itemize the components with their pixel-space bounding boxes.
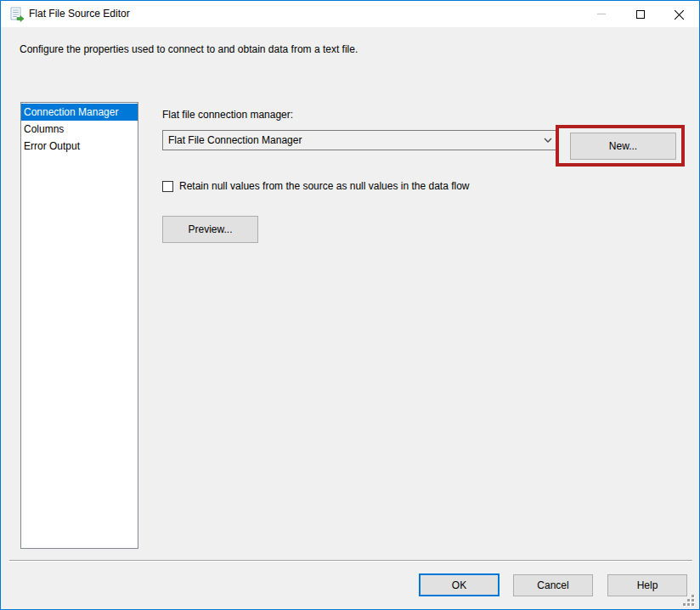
retain-null-values-row: Retain null values from the source as nu… bbox=[162, 180, 470, 193]
minimize-icon bbox=[597, 14, 606, 14]
connection-manager-dropdown[interactable]: Flat File Connection Manager bbox=[162, 130, 557, 150]
close-icon bbox=[675, 9, 685, 20]
close-button[interactable] bbox=[660, 1, 699, 27]
sidebar-item-error-output[interactable]: Error Output bbox=[21, 138, 138, 155]
chevron-down-icon bbox=[539, 138, 556, 143]
dialog-description: Configure the properties used to connect… bbox=[20, 43, 358, 55]
grip-dot bbox=[683, 603, 686, 606]
grip-dot bbox=[687, 603, 690, 606]
new-connection-button[interactable]: New... bbox=[570, 133, 676, 160]
editor-page-list: Connection Manager Columns Error Output bbox=[20, 102, 138, 549]
footer-divider bbox=[9, 560, 692, 562]
ok-button[interactable]: OK bbox=[419, 573, 500, 596]
retain-null-values-checkbox[interactable] bbox=[162, 181, 173, 192]
maximize-button[interactable] bbox=[621, 1, 660, 27]
window-controls bbox=[582, 1, 699, 27]
grip-dot bbox=[692, 599, 694, 602]
window-title: Flat File Source Editor bbox=[29, 1, 130, 27]
maximize-icon bbox=[636, 10, 645, 19]
resize-grip[interactable] bbox=[682, 594, 695, 607]
sidebar-item-columns[interactable]: Columns bbox=[21, 121, 138, 138]
grip-dot bbox=[692, 603, 694, 606]
minimize-button[interactable] bbox=[582, 1, 621, 27]
flat-file-source-editor-dialog: Flat File Source Editor Configure the pr… bbox=[0, 0, 700, 610]
preview-button[interactable]: Preview... bbox=[162, 216, 258, 243]
connection-manager-selected-value: Flat File Connection Manager bbox=[163, 134, 539, 146]
retain-null-values-label: Retain null values from the source as nu… bbox=[179, 180, 470, 193]
connection-manager-label: Flat file connection manager: bbox=[162, 109, 293, 121]
help-button[interactable]: Help bbox=[607, 574, 687, 596]
cancel-button[interactable]: Cancel bbox=[513, 574, 593, 596]
flat-file-source-icon bbox=[9, 7, 25, 22]
sidebar-item-connection-manager[interactable]: Connection Manager bbox=[21, 104, 138, 121]
grip-dot bbox=[692, 595, 694, 597]
grip-dot bbox=[687, 599, 690, 602]
title-bar[interactable]: Flat File Source Editor bbox=[1, 1, 699, 27]
